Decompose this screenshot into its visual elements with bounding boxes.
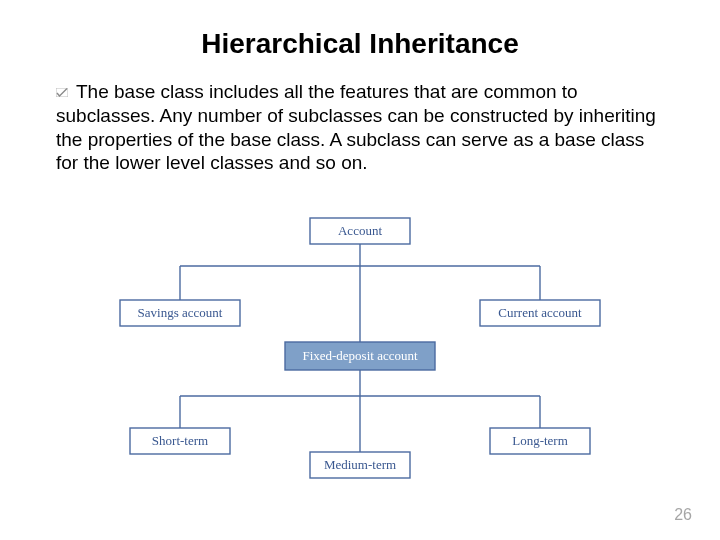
label-short-term: Short-term — [152, 433, 208, 448]
page-number: 26 — [674, 506, 692, 524]
slide-title: Hierarchical Inheritance — [0, 28, 720, 60]
bullet-icon — [56, 88, 70, 98]
slide-body: The base class includes all the features… — [56, 80, 656, 175]
body-paragraph: The base class includes all the features… — [56, 81, 656, 173]
label-medium-term: Medium-term — [324, 457, 396, 472]
label-account: Account — [338, 223, 382, 238]
label-savings: Savings account — [138, 305, 223, 320]
slide: Hierarchical Inheritance The base class … — [0, 0, 720, 540]
label-current: Current account — [498, 305, 582, 320]
inheritance-diagram: Account Savings account Current account … — [0, 208, 720, 508]
label-fixed-deposit: Fixed-deposit account — [302, 348, 418, 363]
label-long-term: Long-term — [512, 433, 568, 448]
